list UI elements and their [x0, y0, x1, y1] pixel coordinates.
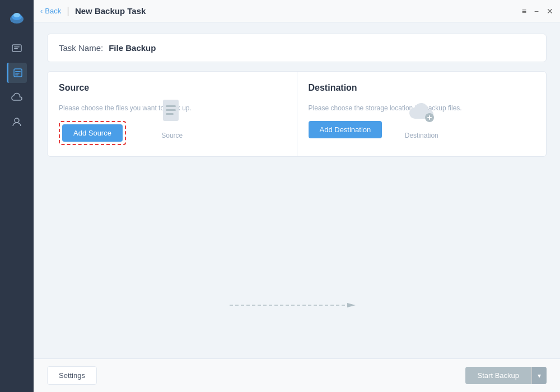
svg-point-2: [13, 13, 20, 17]
svg-rect-13: [166, 109, 176, 111]
panels-row: Source Please choose the files you want …: [47, 71, 547, 157]
svg-rect-4: [14, 46, 20, 48]
source-panel: Source Please choose the files you want …: [48, 72, 297, 156]
destination-panel-title: Destination: [309, 83, 535, 93]
window-controls: ≡ − ✕: [522, 7, 553, 16]
task-name-row: Task Name: File Backup: [47, 34, 547, 62]
app-logo: [6, 6, 28, 28]
source-doc-icon: [162, 99, 182, 128]
source-panel-title: Source: [59, 83, 286, 93]
title-bar-left: ‹ Back | New Backup Task: [40, 5, 146, 17]
main-area: ‹ Back | New Backup Task ≡ − ✕ Task Name…: [34, 0, 560, 392]
destination-illustration: Destination: [297, 102, 547, 139]
menu-icon[interactable]: ≡: [522, 7, 526, 16]
content-area: Task Name: File Backup Source Please cho…: [34, 22, 560, 358]
start-backup-group: Start Backup ▾: [465, 367, 547, 384]
sidebar-item-cloud[interactable]: [7, 87, 27, 108]
back-label: Back: [45, 7, 61, 15]
svg-point-10: [15, 118, 19, 123]
svg-rect-12: [166, 105, 176, 107]
task-name-label: Task Name:: [59, 43, 103, 53]
task-name-value: File Backup: [109, 43, 156, 53]
svg-rect-9: [15, 74, 18, 76]
settings-button[interactable]: Settings: [47, 366, 97, 385]
title-bar: ‹ Back | New Backup Task ≡ − ✕: [34, 0, 560, 22]
source-illustration-label: Source: [161, 132, 183, 139]
source-illustration: Source: [48, 99, 297, 139]
arrow-overlay: [230, 301, 364, 309]
start-backup-dropdown-button[interactable]: ▾: [531, 367, 547, 384]
sidebar-item-backup[interactable]: [7, 38, 27, 58]
svg-rect-8: [15, 73, 20, 74]
svg-rect-5: [14, 48, 18, 49]
svg-rect-14: [166, 113, 174, 115]
destination-panel: Destination Please choose the storage lo…: [297, 72, 547, 156]
page-title: New Backup Task: [75, 6, 146, 16]
destination-cloud-icon: [407, 102, 436, 128]
dashed-arrow-svg: [230, 301, 364, 309]
svg-rect-7: [15, 71, 21, 72]
footer: Settings Start Backup ▾: [34, 358, 560, 392]
sidebar-item-user[interactable]: [7, 112, 27, 132]
back-arrow-icon: ‹: [40, 7, 43, 15]
close-button[interactable]: ✕: [547, 7, 553, 16]
panels-wrapper: Source Please choose the files you want …: [47, 71, 547, 347]
sidebar: [0, 0, 34, 392]
back-button[interactable]: ‹ Back: [40, 7, 61, 15]
minimize-button[interactable]: −: [534, 7, 539, 16]
destination-illustration-label: Destination: [405, 132, 438, 139]
svg-marker-17: [347, 303, 356, 307]
title-divider: |: [67, 5, 69, 17]
start-backup-button[interactable]: Start Backup: [465, 367, 531, 384]
sidebar-item-files[interactable]: [7, 63, 27, 83]
